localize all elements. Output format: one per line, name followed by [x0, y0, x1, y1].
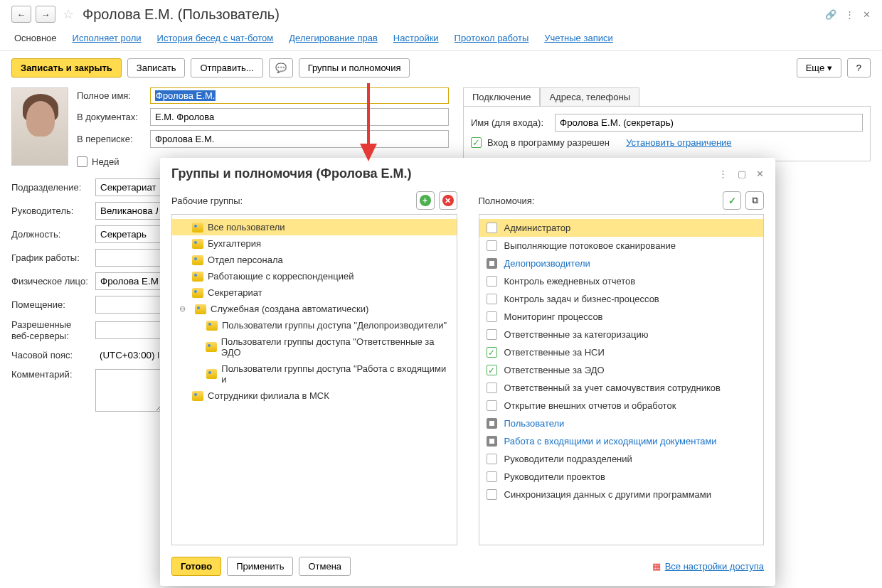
- perm-item[interactable]: Синхронизация данных с другими программа…: [479, 486, 764, 503]
- perm-item[interactable]: Работа с входящими и исходящими документ…: [479, 432, 764, 450]
- login-input[interactable]: [555, 114, 863, 132]
- dlg-menu-icon[interactable]: ⋮: [718, 169, 728, 179]
- help-button[interactable]: ?: [847, 58, 871, 77]
- room-input[interactable]: [95, 296, 163, 314]
- tree-item[interactable]: Бухгалтерия: [172, 235, 457, 252]
- tab-settings[interactable]: Настройки: [393, 33, 439, 43]
- perm-checkbox[interactable]: ✓: [487, 347, 497, 358]
- inchat-input[interactable]: [150, 130, 449, 148]
- close-icon[interactable]: ✕: [863, 9, 871, 20]
- indocs-input[interactable]: [150, 108, 449, 126]
- send-button[interactable]: Отправить...: [191, 58, 262, 77]
- perm-item[interactable]: Ответственные за категоризацию: [479, 326, 764, 343]
- star-icon[interactable]: ☆: [63, 6, 74, 22]
- perm-item[interactable]: Мониторинг процессов: [479, 308, 764, 326]
- perm-checkbox[interactable]: [487, 258, 497, 269]
- perm-label: Контроль ежедневных отчетов: [504, 276, 636, 287]
- perm-item[interactable]: Делопроизводители: [479, 255, 764, 272]
- tab-accounts[interactable]: Учетные записи: [544, 33, 612, 43]
- save-close-button[interactable]: Записать и закрыть: [11, 58, 122, 77]
- perm-item[interactable]: ✓Ответственные за ЭДО: [479, 361, 764, 379]
- sched-input[interactable]: [95, 249, 163, 267]
- web-input[interactable]: [95, 321, 163, 339]
- ptab-connection[interactable]: Подключение: [463, 87, 540, 106]
- perm-item[interactable]: ✓Ответственные за НСИ: [479, 343, 764, 361]
- fullname-input[interactable]: Фролова Е.М.: [150, 87, 449, 104]
- tree-item[interactable]: ⊖Служебная (создана автоматически): [172, 301, 457, 317]
- tab-roles[interactable]: Исполняет роли: [73, 33, 142, 43]
- allowed-checkbox[interactable]: ✓: [471, 137, 482, 148]
- perm-checkbox[interactable]: ✓: [487, 365, 497, 375]
- perm-item[interactable]: Пользователи: [479, 415, 764, 432]
- perm-checkbox[interactable]: [487, 329, 497, 340]
- perm-checkbox[interactable]: [487, 223, 497, 233]
- ptab-addresses[interactable]: Адреса, телефоны: [540, 87, 639, 106]
- perm-checkbox[interactable]: [487, 489, 497, 500]
- save-button[interactable]: Записать: [127, 58, 186, 77]
- check-all-button[interactable]: ✓: [723, 191, 741, 210]
- tree-item[interactable]: Секретариат: [172, 284, 457, 301]
- tree-label: Работающие с корреспонденцией: [208, 271, 354, 282]
- perm-checkbox[interactable]: [487, 240, 497, 251]
- perm-checkbox[interactable]: [487, 276, 497, 287]
- tab-main[interactable]: Основное: [14, 33, 57, 43]
- chat-button[interactable]: 💬: [269, 58, 293, 77]
- tree-item[interactable]: Все пользователи: [172, 219, 457, 235]
- mgr-input[interactable]: [95, 202, 163, 220]
- add-group-button[interactable]: +: [416, 191, 435, 210]
- perms-list[interactable]: АдминистраторВыполняющие потоковое скани…: [479, 214, 765, 545]
- menu-icon[interactable]: ⋮: [845, 9, 854, 20]
- dlg-max-icon[interactable]: ▢: [738, 169, 746, 179]
- perm-item[interactable]: Руководители проектов: [479, 468, 764, 486]
- nav-back[interactable]: ←: [11, 6, 31, 23]
- avatar[interactable]: [11, 87, 68, 166]
- tab-deleg[interactable]: Делегирование прав: [289, 33, 378, 43]
- ready-button[interactable]: Готово: [171, 557, 221, 576]
- perm-checkbox[interactable]: [487, 418, 497, 429]
- groups-button[interactable]: Группы и полномочия: [299, 58, 410, 77]
- invalid-checkbox[interactable]: [77, 156, 87, 167]
- perm-item[interactable]: Руководители подразделений: [479, 450, 764, 468]
- comment-input[interactable]: [95, 369, 163, 412]
- nav-fwd[interactable]: →: [36, 6, 55, 23]
- del-group-button[interactable]: ✕: [439, 191, 457, 210]
- perm-checkbox[interactable]: [487, 400, 497, 411]
- link-icon[interactable]: 🔗: [825, 9, 836, 20]
- perm-item[interactable]: Ответственный за учет самочувствия сотру…: [479, 379, 764, 397]
- dlg-close-icon[interactable]: ✕: [756, 169, 764, 179]
- all-settings-link[interactable]: Все настройки доступа: [665, 561, 764, 572]
- perm-checkbox[interactable]: [487, 311, 497, 322]
- tree-item[interactable]: Пользователи группы доступа "Работа с вх…: [172, 360, 457, 387]
- groups-list[interactable]: Все пользователиБухгалтерияОтдел персона…: [171, 214, 457, 545]
- collapse-icon[interactable]: ⊖: [178, 304, 186, 314]
- perm-checkbox[interactable]: [487, 471, 497, 482]
- tz-input[interactable]: [95, 347, 163, 363]
- perm-checkbox[interactable]: [487, 383, 497, 393]
- perm-item[interactable]: Выполняющие потоковое сканирование: [479, 237, 764, 255]
- cancel-button[interactable]: Отмена: [299, 557, 351, 576]
- tree-item[interactable]: Пользователи группы доступа "Делопроизво…: [172, 317, 457, 333]
- restrict-link[interactable]: Установить ограничение: [626, 137, 731, 148]
- tree-item[interactable]: Пользователи группы доступа "Ответственн…: [172, 333, 457, 360]
- tab-chat[interactable]: История бесед с чат-ботом: [157, 33, 274, 43]
- perm-item[interactable]: Открытие внешних отчетов и обработок: [479, 397, 764, 415]
- tree-item[interactable]: Сотрудники филиала в МСК: [172, 387, 457, 404]
- more-button[interactable]: Еще ▾: [797, 58, 841, 77]
- tree-item[interactable]: Отдел персонала: [172, 252, 457, 268]
- perm-label: Выполняющие потоковое сканирование: [504, 240, 676, 251]
- perm-item[interactable]: Контроль задач и бизнес-процессов: [479, 290, 764, 308]
- tab-log[interactable]: Протокол работы: [455, 33, 529, 43]
- phys-input[interactable]: [95, 272, 163, 290]
- dept-input[interactable]: [95, 178, 163, 196]
- perm-checkbox[interactable]: [487, 294, 497, 304]
- perm-checkbox[interactable]: [487, 436, 497, 447]
- copy-button[interactable]: ⧉: [745, 191, 764, 210]
- tree-item[interactable]: Работающие с корреспонденцией: [172, 268, 457, 284]
- perm-item[interactable]: Администратор: [479, 219, 764, 237]
- apply-button[interactable]: Применить: [227, 557, 293, 576]
- perm-checkbox[interactable]: [487, 454, 497, 464]
- group-icon: [192, 255, 203, 265]
- page-title: Фролова Е.М. (Пользователь): [83, 6, 280, 23]
- pos-input[interactable]: [95, 225, 163, 243]
- perm-item[interactable]: Контроль ежедневных отчетов: [479, 272, 764, 290]
